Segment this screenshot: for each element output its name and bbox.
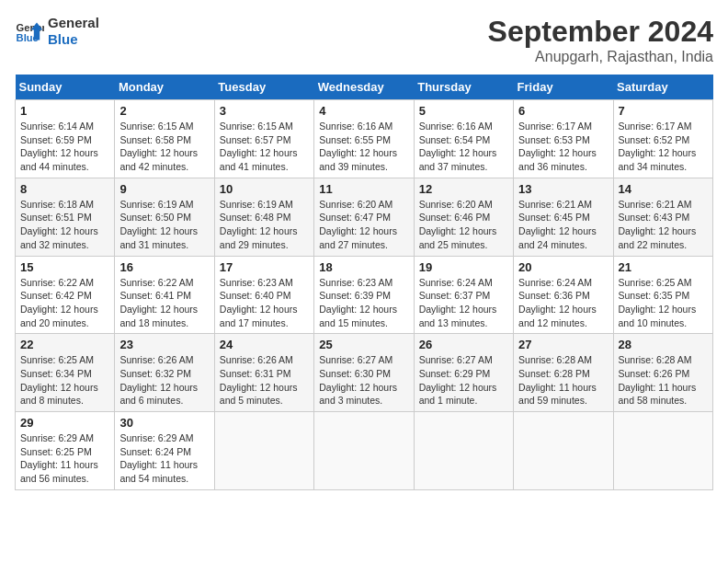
day-number: 15 xyxy=(20,260,109,274)
header-monday: Monday xyxy=(115,75,214,100)
calendar-day-7: 7 Sunrise: 6:17 AMSunset: 6:52 PMDayligh… xyxy=(613,100,712,178)
day-number: 16 xyxy=(119,260,209,274)
calendar-week-2: 8 Sunrise: 6:18 AMSunset: 6:51 PMDayligh… xyxy=(16,178,713,256)
day-info: Sunrise: 6:23 AMSunset: 6:40 PMDaylight:… xyxy=(220,276,309,330)
day-number: 19 xyxy=(419,260,508,274)
month-year-title: September 2024 xyxy=(488,15,713,49)
day-number: 12 xyxy=(419,182,508,196)
day-info: Sunrise: 6:24 AMSunset: 6:36 PMDaylight:… xyxy=(518,276,608,330)
calendar-day-24: 24 Sunrise: 6:26 AMSunset: 6:31 PMDaylig… xyxy=(214,334,313,412)
day-info: Sunrise: 6:19 AMSunset: 6:48 PMDaylight:… xyxy=(220,198,309,252)
day-info: Sunrise: 6:17 AMSunset: 6:52 PMDaylight:… xyxy=(619,120,708,174)
header-wednesday: Wednesday xyxy=(314,75,414,100)
day-number: 21 xyxy=(619,260,708,274)
empty-cell xyxy=(514,412,613,490)
calendar-day-19: 19 Sunrise: 6:24 AMSunset: 6:37 PMDaylig… xyxy=(414,256,513,334)
day-number: 27 xyxy=(518,338,608,351)
calendar-day-3: 3 Sunrise: 6:15 AMSunset: 6:57 PMDayligh… xyxy=(214,100,313,178)
day-info: Sunrise: 6:26 AMSunset: 6:32 PMDaylight:… xyxy=(119,353,209,408)
day-info: Sunrise: 6:27 AMSunset: 6:29 PMDaylight:… xyxy=(419,353,508,408)
calendar-day-30: 30 Sunrise: 6:29 AMSunset: 6:24 PMDaylig… xyxy=(115,412,214,490)
day-number: 22 xyxy=(20,338,109,351)
logo-text-blue: Blue xyxy=(48,31,99,48)
day-info: Sunrise: 6:21 AMSunset: 6:45 PMDaylight:… xyxy=(518,198,608,252)
header-friday: Friday xyxy=(514,75,613,100)
calendar-day-15: 15 Sunrise: 6:22 AMSunset: 6:42 PMDaylig… xyxy=(16,256,115,334)
day-info: Sunrise: 6:29 AMSunset: 6:24 PMDaylight:… xyxy=(119,431,209,486)
calendar-day-17: 17 Sunrise: 6:23 AMSunset: 6:40 PMDaylig… xyxy=(214,256,313,334)
header-thursday: Thursday xyxy=(414,75,513,100)
day-number: 4 xyxy=(319,104,408,118)
empty-cell xyxy=(414,412,513,490)
day-number: 10 xyxy=(220,182,309,196)
day-info: Sunrise: 6:22 AMSunset: 6:41 PMDaylight:… xyxy=(119,276,209,330)
day-info: Sunrise: 6:24 AMSunset: 6:37 PMDaylight:… xyxy=(419,276,508,330)
calendar-day-4: 4 Sunrise: 6:16 AMSunset: 6:55 PMDayligh… xyxy=(314,100,414,178)
empty-cell xyxy=(314,412,414,490)
calendar-day-28: 28 Sunrise: 6:28 AMSunset: 6:26 PMDaylig… xyxy=(613,334,712,412)
day-info: Sunrise: 6:17 AMSunset: 6:53 PMDaylight:… xyxy=(518,120,608,174)
calendar-day-27: 27 Sunrise: 6:28 AMSunset: 6:28 PMDaylig… xyxy=(514,334,613,412)
day-info: Sunrise: 6:25 AMSunset: 6:35 PMDaylight:… xyxy=(619,276,708,330)
day-number: 5 xyxy=(419,104,508,118)
logo-icon: General Blue xyxy=(15,17,44,46)
day-number: 17 xyxy=(220,260,309,274)
day-number: 26 xyxy=(419,338,508,351)
calendar-day-2: 2 Sunrise: 6:15 AMSunset: 6:58 PMDayligh… xyxy=(115,100,214,178)
calendar-day-12: 12 Sunrise: 6:20 AMSunset: 6:46 PMDaylig… xyxy=(414,178,513,256)
title-block: September 2024 Anupgarh, Rajasthan, Indi… xyxy=(488,15,713,65)
day-info: Sunrise: 6:14 AMSunset: 6:59 PMDaylight:… xyxy=(20,120,109,174)
calendar-day-22: 22 Sunrise: 6:25 AMSunset: 6:34 PMDaylig… xyxy=(16,334,115,412)
calendar-day-1: 1 Sunrise: 6:14 AMSunset: 6:59 PMDayligh… xyxy=(16,100,115,178)
day-info: Sunrise: 6:16 AMSunset: 6:54 PMDaylight:… xyxy=(419,120,508,174)
calendar-day-10: 10 Sunrise: 6:19 AMSunset: 6:48 PMDaylig… xyxy=(214,178,313,256)
empty-cell xyxy=(214,412,313,490)
day-info: Sunrise: 6:20 AMSunset: 6:47 PMDaylight:… xyxy=(319,198,408,252)
day-headers-row: Sunday Monday Tuesday Wednesday Thursday… xyxy=(16,75,713,100)
calendar-day-6: 6 Sunrise: 6:17 AMSunset: 6:53 PMDayligh… xyxy=(514,100,613,178)
calendar-week-4: 22 Sunrise: 6:25 AMSunset: 6:34 PMDaylig… xyxy=(16,334,713,412)
calendar-day-9: 9 Sunrise: 6:19 AMSunset: 6:50 PMDayligh… xyxy=(115,178,214,256)
day-info: Sunrise: 6:28 AMSunset: 6:26 PMDaylight:… xyxy=(619,353,708,408)
day-info: Sunrise: 6:15 AMSunset: 6:58 PMDaylight:… xyxy=(119,120,209,174)
calendar-day-18: 18 Sunrise: 6:23 AMSunset: 6:39 PMDaylig… xyxy=(314,256,414,334)
calendar-table: Sunday Monday Tuesday Wednesday Thursday… xyxy=(15,75,713,490)
day-number: 13 xyxy=(518,182,608,196)
day-number: 6 xyxy=(518,104,608,118)
day-info: Sunrise: 6:29 AMSunset: 6:25 PMDaylight:… xyxy=(20,431,109,486)
day-number: 14 xyxy=(619,182,708,196)
day-info: Sunrise: 6:26 AMSunset: 6:31 PMDaylight:… xyxy=(220,353,309,408)
day-info: Sunrise: 6:16 AMSunset: 6:55 PMDaylight:… xyxy=(319,120,408,174)
calendar-day-14: 14 Sunrise: 6:21 AMSunset: 6:43 PMDaylig… xyxy=(613,178,712,256)
day-number: 24 xyxy=(220,338,309,351)
day-info: Sunrise: 6:23 AMSunset: 6:39 PMDaylight:… xyxy=(319,276,408,330)
empty-cell xyxy=(613,412,712,490)
day-number: 2 xyxy=(119,104,209,118)
calendar-day-29: 29 Sunrise: 6:29 AMSunset: 6:25 PMDaylig… xyxy=(16,412,115,490)
day-info: Sunrise: 6:25 AMSunset: 6:34 PMDaylight:… xyxy=(20,353,109,408)
day-info: Sunrise: 6:21 AMSunset: 6:43 PMDaylight:… xyxy=(619,198,708,252)
calendar-day-26: 26 Sunrise: 6:27 AMSunset: 6:29 PMDaylig… xyxy=(414,334,513,412)
day-number: 8 xyxy=(20,182,109,196)
location-subtitle: Anupgarh, Rajasthan, India xyxy=(488,49,713,65)
page-header: General Blue General Blue September 2024… xyxy=(15,15,713,65)
day-info: Sunrise: 6:27 AMSunset: 6:30 PMDaylight:… xyxy=(319,353,408,408)
calendar-week-5: 29 Sunrise: 6:29 AMSunset: 6:25 PMDaylig… xyxy=(16,412,713,490)
calendar-day-11: 11 Sunrise: 6:20 AMSunset: 6:47 PMDaylig… xyxy=(314,178,414,256)
day-info: Sunrise: 6:15 AMSunset: 6:57 PMDaylight:… xyxy=(220,120,309,174)
header-sunday: Sunday xyxy=(16,75,115,100)
day-number: 11 xyxy=(319,182,408,196)
day-number: 1 xyxy=(20,104,109,118)
day-number: 20 xyxy=(518,260,608,274)
day-number: 25 xyxy=(319,338,408,351)
calendar-day-21: 21 Sunrise: 6:25 AMSunset: 6:35 PMDaylig… xyxy=(613,256,712,334)
logo-text-general: General xyxy=(48,15,99,31)
calendar-day-8: 8 Sunrise: 6:18 AMSunset: 6:51 PMDayligh… xyxy=(16,178,115,256)
header-saturday: Saturday xyxy=(613,75,712,100)
calendar-day-5: 5 Sunrise: 6:16 AMSunset: 6:54 PMDayligh… xyxy=(414,100,513,178)
day-info: Sunrise: 6:19 AMSunset: 6:50 PMDaylight:… xyxy=(119,198,209,252)
day-number: 23 xyxy=(119,338,209,351)
calendar-week-3: 15 Sunrise: 6:22 AMSunset: 6:42 PMDaylig… xyxy=(16,256,713,334)
day-number: 7 xyxy=(619,104,708,118)
calendar-week-1: 1 Sunrise: 6:14 AMSunset: 6:59 PMDayligh… xyxy=(16,100,713,178)
